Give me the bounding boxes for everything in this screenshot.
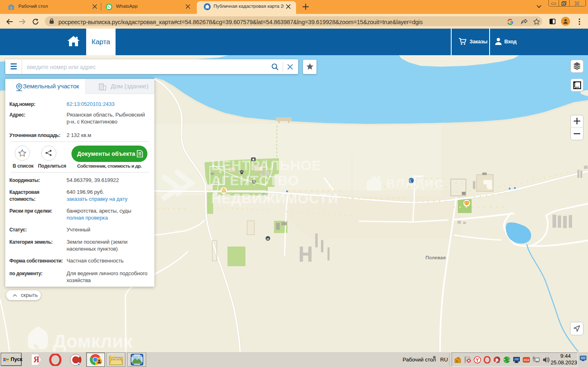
svg-text:АГЕНТСТВО: АГЕНТСТВО	[211, 173, 299, 188]
svg-text:ВЛАДИС: ВЛАДИС	[386, 177, 444, 190]
svg-text:Y: Y	[476, 357, 479, 363]
svg-text:ЦЕНТРАЛЬНОЕ: ЦЕНТРАЛЬНОЕ	[211, 157, 321, 173]
svg-text:НЕДВИЖИМОСТИ: НЕДВИЖИМОСТИ	[211, 191, 338, 206]
svg-text:H: H	[267, 237, 269, 241]
svg-text:СС4: СС4	[524, 359, 529, 361]
svg-text:Домклик: Домклик	[53, 331, 133, 352]
svg-text:Я: Я	[33, 355, 40, 364]
svg-text:Полевая: Полевая	[425, 255, 446, 260]
